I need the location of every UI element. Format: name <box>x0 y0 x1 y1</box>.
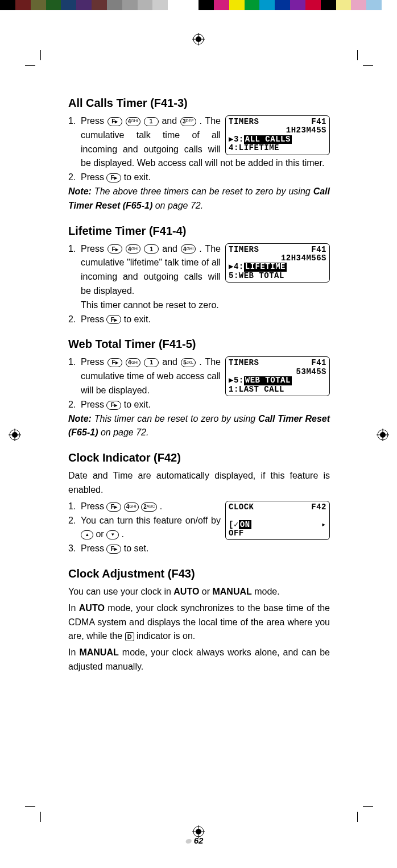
section-all-calls-timer: All Calls Timer (F41-3) 1. TIMERSF41 1H2… <box>68 97 330 213</box>
note: Note: The above three timers can be rese… <box>68 185 330 213</box>
body-text: You can use your clock in AUTO or MANUAL… <box>68 585 330 599</box>
note: Note: This timer can be reset to zero by… <box>68 412 330 441</box>
key-f: F▸ <box>106 401 121 410</box>
key-4: 4GHI <box>124 502 139 512</box>
lcd-screenshot: TIMERSF41 1H23M45S ▶3:ALL CALLS 4:LIFETI… <box>225 115 330 155</box>
registration-mark-left <box>9 429 21 441</box>
lcd-screenshot: TIMERSF41 12H34M56S ▶4:LIFETIME 5:WEB TO… <box>225 243 330 283</box>
key-4: 4GHI <box>126 358 140 367</box>
key-2: 2ABC <box>141 502 157 512</box>
step-1: 1. TIMERSF41 12H34M56S ▶4:LIFETIME 5:WEB… <box>81 242 330 313</box>
heading: Clock Adjustment (F43) <box>68 567 330 580</box>
section-web-total-timer: Web Total Timer (F41-5) 1. TIMERSF41 53M… <box>68 338 330 440</box>
registration-mark-right <box>377 429 389 441</box>
body-text: In AUTO mode, your clock synchronizes to… <box>68 601 330 643</box>
key-3: 3DEF <box>180 117 196 126</box>
key-4: 4GHI <box>181 244 196 254</box>
key-1: 1 <box>144 117 159 126</box>
crop-mark <box>40 50 41 60</box>
body-text: In MANUAL mode, your clock always works … <box>68 646 330 674</box>
key-f: F▸ <box>106 173 121 182</box>
heading: Web Total Timer (F41-5) <box>68 338 330 351</box>
print-color-bar <box>0 0 397 10</box>
key-f: F▸ <box>106 502 121 512</box>
intro-text: Date and Time are automatically displaye… <box>68 469 330 497</box>
step-2: 2. Press F▸ to exit. <box>81 398 330 412</box>
key-1: 1 <box>144 358 159 367</box>
section-clock-indicator: Clock Indicator (F42) Date and Time are … <box>68 451 330 556</box>
section-clock-adjustment: Clock Adjustment (F43) You can use your … <box>68 567 330 674</box>
key-4: 4GHI <box>126 244 140 254</box>
lcd-screenshot: TIMERSF41 53M45S ▶5:WEB TOTAL 1:LAST CAL… <box>225 356 330 396</box>
key-5: 5JKL <box>181 358 196 367</box>
key-f: F▸ <box>106 545 121 554</box>
key-f: F▸ <box>107 117 122 126</box>
crop-mark <box>40 812 41 822</box>
crop-mark <box>25 65 35 66</box>
key-f: F▸ <box>107 358 122 367</box>
key-4: 4GHI <box>126 117 140 126</box>
step-2: 2. Press F▸ to exit. <box>81 313 330 327</box>
section-lifetime-timer: Lifetime Timer (F41-4) 1. TIMERSF41 12H3… <box>68 225 330 327</box>
d-indicator-icon: D <box>125 632 134 641</box>
step-2: 2. You can turn this feature on/off by ▴… <box>81 514 330 542</box>
crop-mark <box>357 812 358 822</box>
key-up: ▴ <box>81 530 93 539</box>
key-f: F▸ <box>106 315 121 324</box>
step-1: 1. CLOCKF42 [✓ON▸ OFF Press F▸ 4GHI 2ABC… <box>81 500 330 514</box>
step-1: 1. TIMERSF41 1H23M45S ▶3:ALL CALLS 4:LIF… <box>81 114 330 171</box>
crop-mark <box>363 65 373 66</box>
page-number: 62 <box>194 836 204 845</box>
step-2: 2. Press F▸ to exit. <box>81 171 330 185</box>
step-3: 3. Press F▸ to set. <box>81 542 330 556</box>
heading: Lifetime Timer (F41-4) <box>68 225 330 238</box>
page-content: All Calls Timer (F41-3) 1. TIMERSF41 1H2… <box>68 97 330 686</box>
heading: All Calls Timer (F41-3) <box>68 97 330 110</box>
key-down: ▾ <box>106 530 119 539</box>
crop-mark <box>357 50 358 60</box>
key-1: 1 <box>144 244 159 254</box>
crop-mark <box>25 806 35 807</box>
step-1: 1. TIMERSF41 53M45S ▶5:WEB TOTAL 1:LAST … <box>81 355 330 397</box>
key-f: F▸ <box>107 244 122 254</box>
crop-mark <box>363 806 373 807</box>
registration-mark-top <box>192 33 205 45</box>
heading: Clock Indicator (F42) <box>68 451 330 464</box>
